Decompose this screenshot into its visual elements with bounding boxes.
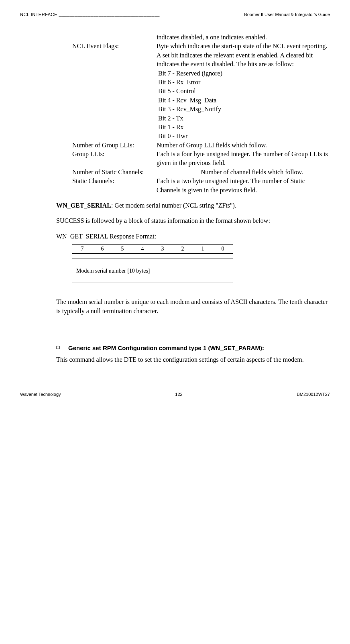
bit-col-7: 7: [72, 245, 92, 253]
wn-get-serial-line: WN_GET_SERIAL: Get modem serial number (…: [56, 201, 330, 210]
wn-get-serial-desc: : Get modem serial number (NCL string "Z…: [111, 202, 236, 209]
page-footer: Wavenet Technology 122 BM210012WT27: [20, 389, 330, 397]
section-heading-text: Generic set RPM Configuration command ty…: [68, 344, 330, 352]
def-desc-static-channels: Each is a two byte unsigned integer. The…: [157, 177, 330, 195]
section-heading-wn-set-param: ❑ Generic set RPM Configuration command …: [56, 344, 330, 352]
section-body-text: This command allows the DTE to set the c…: [56, 355, 330, 364]
def-label-num-static-channels: Number of Static Channels:: [56, 168, 201, 177]
def-preceding-continuation: indicates disabled, a one indicates enab…: [56, 33, 330, 42]
bit-col-6: 6: [92, 245, 112, 253]
bit-col-5: 5: [112, 245, 132, 253]
def-num-static-channels: Number of Static Channels: Number of cha…: [56, 168, 330, 177]
def-ncl-event-flags: NCL Event Flags: Byte which indicates th…: [56, 42, 330, 141]
def-pre-text: indicates disabled, a one indicates enab…: [157, 33, 330, 42]
bit-3: Bit 3 - Rcv_Msg_Notify: [157, 105, 330, 114]
def-label-group-llis: Group LLIs:: [56, 150, 157, 168]
def-static-channels: Static Channels: Each is a two byte unsi…: [56, 177, 330, 195]
footer-left: Wavenet Technology: [20, 392, 61, 397]
def-desc-num-static-channels: Number of channel fields which follow.: [201, 168, 330, 177]
footer-page-number: 122: [175, 392, 182, 397]
header-left: NCL INTERFACE __________________________…: [20, 12, 160, 17]
def-num-group-llis: Number of Group LLIs: Number of Group LL…: [56, 141, 330, 150]
def-label-ncl-event-flags: NCL Event Flags:: [56, 42, 157, 141]
bit-5: Bit 5 - Control: [157, 87, 330, 96]
bit-col-4: 4: [132, 245, 153, 253]
bit-header-row: 7 6 5 4 3 2 1 0: [72, 244, 233, 254]
bit-4: Bit 4 - Rcv_Msg_Data: [157, 96, 330, 105]
response-format-table: 7 6 5 4 3 2 1 0 Modem serial number [10 …: [72, 244, 233, 283]
def-label-num-group-llis: Number of Group LLIs:: [56, 141, 157, 150]
def-label-static-channels: Static Channels:: [56, 177, 157, 195]
def-desc-num-group-llis: Number of Group LLI fields which follow.: [157, 141, 330, 150]
page-header: NCL INTERFACE __________________________…: [20, 12, 330, 17]
success-para: SUCCESS is followed by a block of status…: [56, 216, 330, 225]
response-format-title: WN_GET_SERIAL Response Format:: [56, 232, 330, 241]
serial-number-row: Modem serial number [10 bytes]: [72, 259, 233, 283]
def-group-llis: Group LLIs: Each is a four byte unsigned…: [56, 150, 330, 168]
bullet-icon: ❑: [56, 344, 68, 351]
serial-description-para: The modem serial number is unique to eac…: [56, 298, 330, 316]
bit-6: Bit 6 - Rx_Error: [157, 78, 330, 87]
def-desc-group-llis: Each is a four byte unsigned integer. Th…: [157, 150, 330, 168]
wn-get-serial-label: WN_GET_SERIAL: [56, 202, 111, 209]
bit-7: Bit 7 - Reserved (ignore): [157, 69, 330, 78]
bit-1: Bit 1 - Rx: [157, 123, 330, 132]
header-right: Boomer II User Manual & Integrator's Gui…: [244, 12, 330, 17]
bit-2: Bit 2 - Tx: [157, 114, 330, 123]
bit-col-3: 3: [153, 245, 173, 253]
bit-col-0: 0: [213, 245, 233, 253]
bit-col-2: 2: [173, 245, 193, 253]
bit-col-1: 1: [193, 245, 213, 253]
def-desc-ncl-event-flags: Byte which indicates the start-up state …: [157, 42, 330, 69]
bit-0: Bit 0 - Hwr: [157, 132, 330, 141]
main-content: indicates disabled, a one indicates enab…: [56, 33, 330, 365]
footer-right: BM210012WT27: [297, 392, 330, 397]
